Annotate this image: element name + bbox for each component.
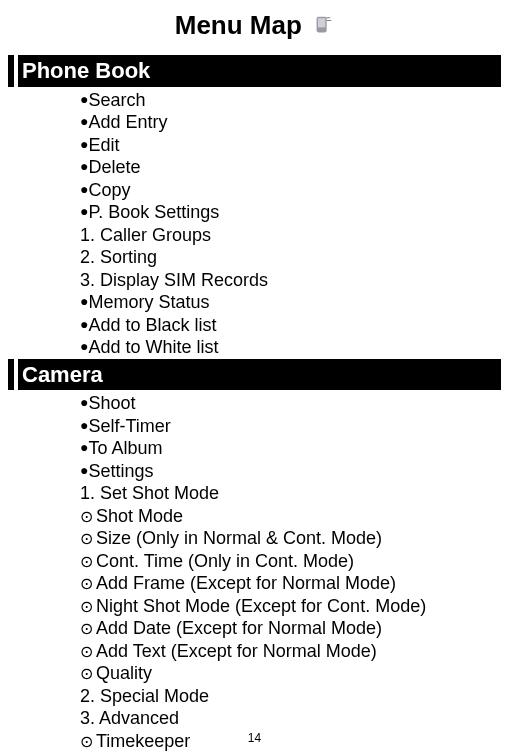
list-item: Settings	[80, 460, 501, 483]
section-header-camera: Camera	[8, 359, 501, 391]
list-item: Shoot	[80, 392, 501, 415]
section-header-text: Phone Book	[22, 58, 150, 83]
list-item: To Album	[80, 437, 501, 460]
list-item: Size (Only in Normal & Cont. Mode)	[80, 527, 501, 550]
camera-items: ShootSelf-TimerTo AlbumSettings1. Set Sh…	[8, 390, 501, 752]
list-item: Memory Status	[80, 291, 501, 314]
phone-icon	[312, 15, 334, 41]
list-item: Copy	[80, 179, 501, 202]
list-item: Add Frame (Except for Normal Mode)	[80, 572, 501, 595]
list-item: Add to White list	[80, 336, 501, 359]
list-item: Quality	[80, 662, 501, 685]
list-item: Search	[80, 89, 501, 112]
list-item: 2. Sorting	[80, 246, 501, 269]
section-header-text: Camera	[22, 362, 103, 387]
list-item: Add Text (Except for Normal Mode)	[80, 640, 501, 663]
list-item: Add Date (Except for Normal Mode)	[80, 617, 501, 640]
section-camera: Camera ShootSelf-TimerTo AlbumSettings1.…	[8, 359, 501, 753]
page-title: Menu Map	[175, 10, 302, 41]
page-number: 14	[0, 731, 509, 745]
list-item: Cont. Time (Only in Cont. Mode)	[80, 550, 501, 573]
list-item: Night Shot Mode (Except for Cont. Mode)	[80, 595, 501, 618]
list-item: 3. Display SIM Records	[80, 269, 501, 292]
list-item: 3. Advanced	[80, 707, 501, 730]
list-item: Delete	[80, 156, 501, 179]
list-item: 1. Caller Groups	[80, 224, 501, 247]
phonebook-items: SearchAdd EntryEditDeleteCopyP. Book Set…	[8, 87, 501, 359]
list-item: Add to Black list	[80, 314, 501, 337]
list-item: 1. Set Shot Mode	[80, 482, 501, 505]
list-item: Shot Mode	[80, 505, 501, 528]
title-row: Menu Map	[8, 10, 501, 41]
list-item: Edit	[80, 134, 501, 157]
svg-rect-0	[318, 18, 325, 27]
section-header-phonebook: Phone Book	[8, 55, 501, 87]
list-item: Add Entry	[80, 111, 501, 134]
list-item: Self-Timer	[80, 415, 501, 438]
list-item: P. Book Settings	[80, 201, 501, 224]
list-item: 2. Special Mode	[80, 685, 501, 708]
section-phonebook: Phone Book SearchAdd EntryEditDeleteCopy…	[8, 55, 501, 359]
